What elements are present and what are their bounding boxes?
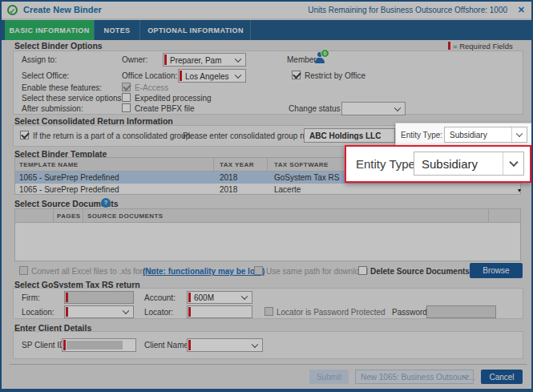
column-source-documents: SOURCE DOCUMENTS: [87, 212, 163, 220]
office-location-value: Los Angeles: [185, 71, 229, 80]
callout-entity-type-value: Subsidiary: [422, 157, 478, 171]
restrict-by-office-label: Restrict by Office: [305, 71, 365, 80]
chevron-down-icon: [235, 55, 241, 62]
convert-excel-checkbox: [19, 266, 28, 275]
restrict-by-office-checkbox[interactable]: [292, 71, 301, 79]
window-title: Create New Binder: [23, 5, 102, 14]
entity-type-panel: Entity Type: Subsidiary: [395, 123, 532, 147]
column-template-name: TEMPLATE NAME: [19, 161, 79, 168]
table-row[interactable]: 1065 - SurePrep Predefined 2018 Lacerte: [15, 184, 520, 196]
change-status-select[interactable]: [341, 102, 406, 115]
binder-options-box: [13, 51, 523, 115]
chevron-down-icon: [252, 341, 258, 347]
client-name-select[interactable]: [187, 338, 263, 352]
convert-excel-label: Convert all Excel files to .xls format: [31, 267, 156, 276]
chevron-down-icon: [241, 293, 248, 300]
locator-password-protected-label: Locator is Password Protected: [277, 308, 386, 317]
chevron-down-icon: [123, 308, 129, 314]
source-documents-table-header: PAGES SOURCE DOCUMENTS: [15, 209, 520, 223]
locator-label: Locator:: [144, 308, 173, 317]
cancel-button[interactable]: Cancel: [481, 370, 523, 384]
chevron-down-icon: [509, 158, 518, 167]
firm-input: [64, 291, 134, 304]
binder-type-value: New 1065: Business Outsourc...: [361, 373, 475, 382]
section-header-binder-options: Select Binder Options: [14, 41, 103, 51]
service-options-label: Select these service options:: [22, 94, 123, 103]
submit-button: Submit: [309, 370, 349, 384]
owner-select[interactable]: Preparer, Pam: [163, 53, 246, 67]
entity-type-value: Subsidiary: [450, 131, 487, 139]
binder-check-icon: ✓: [7, 5, 18, 15]
entity-type-callout: Entity Type: Subsidiary: [345, 145, 531, 183]
account-value: 600M: [194, 293, 214, 302]
owner-label: Owner:: [122, 55, 147, 64]
delete-source-documents-label: Delete Source Documents: [370, 267, 470, 276]
required-marker: [448, 42, 450, 50]
eaccess-label: E-Access: [135, 83, 168, 92]
close-icon[interactable]: ✕: [518, 5, 525, 15]
entity-type-label: Entity Type:: [401, 131, 442, 139]
password-input: [426, 305, 496, 318]
required-marker: [188, 293, 191, 302]
account-label: Account:: [144, 293, 176, 302]
browse-button[interactable]: Browse: [470, 263, 523, 278]
assign-to-label: Assign to:: [22, 55, 57, 64]
client-name-label: Client Name:: [144, 341, 191, 350]
callout-entity-type-select: Subsidiary: [414, 152, 524, 176]
locator-input[interactable]: [187, 305, 252, 318]
required-fields-legend: = Required Fields: [453, 42, 513, 51]
tab-notes[interactable]: NOTES: [94, 20, 140, 40]
required-marker: [188, 340, 191, 350]
after-submission-label: After submission:: [22, 104, 83, 113]
expedited-processing-label: Expedited processing: [135, 94, 212, 103]
consolidated-group-checkbox[interactable]: [20, 131, 29, 139]
consolidated-group-label: If the return is a part of a consolidate…: [33, 131, 192, 140]
entity-type-select[interactable]: Subsidiary: [444, 127, 527, 143]
help-icon[interactable]: ?: [101, 198, 111, 208]
locator-password-protected-checkbox: [264, 307, 273, 316]
owner-value: Preparer, Pam: [170, 55, 221, 64]
tab-optional-information[interactable]: OPTIONAL INFORMATION: [141, 20, 251, 40]
binder-type-select: New 1065: Business Outsourc...: [355, 370, 474, 384]
column-pages: PAGES: [57, 212, 80, 220]
enable-features-label: Enable these features:: [22, 83, 102, 92]
column-tax-software: TAX SOFTWARE: [274, 161, 329, 168]
eaccess-checkbox: [122, 83, 131, 91]
create-pbfx-label: Create PBFX file: [135, 104, 194, 113]
callout-entity-type-label: Entity Type:: [356, 157, 418, 171]
account-select[interactable]: 600M: [187, 291, 252, 304]
delete-source-documents-checkbox[interactable]: [358, 266, 367, 275]
required-marker: [164, 55, 167, 65]
tab-basic-information[interactable]: BASIC INFORMATION: [5, 20, 94, 40]
sp-client-id-redacted-value: [67, 341, 123, 350]
location-select[interactable]: [64, 305, 134, 318]
expedited-processing-checkbox[interactable]: [122, 93, 131, 102]
office-location-label: Office Location:: [122, 71, 177, 80]
footer-divider: [10, 364, 527, 365]
location-label: Location:: [22, 308, 55, 317]
note-functionality-link[interactable]: (Note: functionality may be lost): [143, 267, 264, 276]
required-marker: [63, 340, 66, 350]
tab-bar: BASIC INFORMATION NOTES OPTIONAL INFORMA…: [2, 20, 531, 40]
group-name-value: ABC Holdings LLC: [309, 131, 381, 140]
source-documents-table: PAGES SOURCE DOCUMENTS: [14, 208, 521, 261]
required-marker: [180, 71, 182, 81]
chevron-down-icon: [516, 131, 523, 137]
required-marker: [66, 307, 68, 317]
password-label: Password:: [392, 308, 430, 317]
scrollbar-down-icon[interactable]: ▾: [518, 187, 521, 194]
firm-label: Firm:: [22, 293, 40, 302]
column-tax-year: TAX YEAR: [220, 161, 254, 168]
create-pbfx-checkbox[interactable]: [122, 103, 131, 112]
same-path-label: Use same path for download: [266, 267, 368, 276]
office-location-select[interactable]: Los Angeles: [178, 69, 246, 83]
group-name-label: Please enter consolidated group name:: [183, 131, 322, 140]
title-bar: ✓ Create New Binder Units Remaining for …: [2, 2, 531, 19]
chevron-down-icon: [235, 71, 241, 78]
chevron-down-icon: [394, 104, 401, 111]
same-path-checkbox: [254, 266, 263, 275]
sp-client-id-input[interactable]: [62, 338, 136, 352]
units-remaining-label: Units Remaining for Business Outsource O…: [308, 6, 507, 14]
select-office-label: Select Office:: [22, 71, 69, 80]
group-name-input[interactable]: ABC Holdings LLC: [304, 128, 395, 143]
